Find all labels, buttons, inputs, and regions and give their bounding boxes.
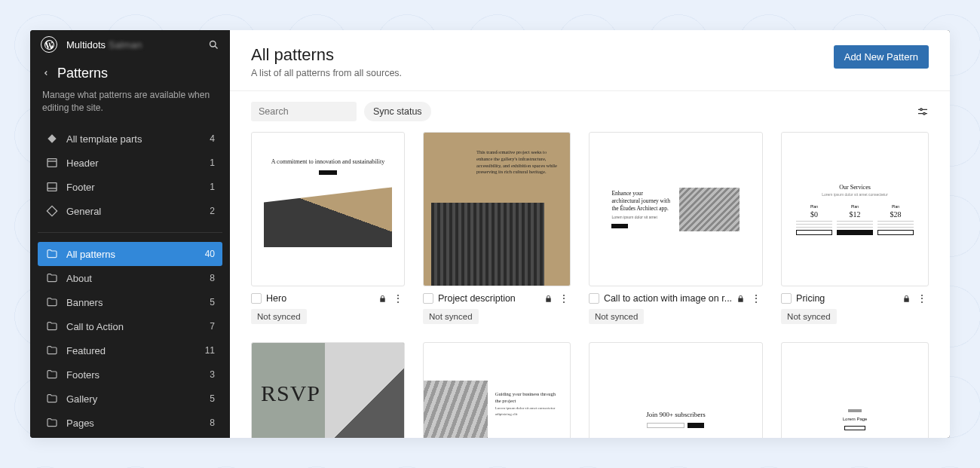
nav-separator — [38, 232, 222, 233]
pattern-card[interactable]: This transformative project seeks to enh… — [423, 132, 571, 324]
nav-label: Banners — [66, 297, 203, 308]
main-header: All patterns A list of all patterns from… — [230, 30, 950, 91]
nav-label: About — [66, 273, 203, 284]
nav-count: 5 — [203, 297, 215, 307]
pattern-title: Call to action with image on r... — [604, 293, 732, 304]
svg-point-0 — [210, 41, 216, 47]
lock-icon — [737, 295, 745, 303]
patterns-grid: A commitment to innovation and sustainab… — [230, 130, 950, 438]
sidebar-item-footers[interactable]: Footers 3 — [38, 362, 222, 387]
svg-rect-7 — [47, 206, 57, 216]
pattern-card[interactable]: Join 900+ subscribers — [589, 342, 763, 438]
sync-status-badge: Not synced — [251, 309, 307, 324]
page-subtitle: A list of all patterns from all sources. — [251, 68, 402, 78]
sidebar-item-pages[interactable]: Pages 8 — [38, 411, 222, 435]
sidebar-item-featured[interactable]: Featured 11 — [38, 338, 222, 362]
sidebar-item-header[interactable]: Header 1 — [38, 151, 222, 175]
nav-label: Featured — [66, 345, 203, 356]
more-actions-icon[interactable]: ⋮ — [557, 292, 571, 304]
site-name: MultidotsSalman — [66, 39, 142, 50]
folder-icon — [45, 271, 59, 285]
sidebar-item-all-patterns[interactable]: All patterns 40 — [38, 242, 222, 266]
lock-icon — [378, 295, 387, 303]
pattern-title: Hero — [266, 293, 374, 304]
sidebar-item-gallery[interactable]: Gallery 5 — [38, 387, 222, 411]
nav-count: 11 — [203, 345, 215, 356]
footer-icon — [45, 180, 59, 194]
toolbar: Sync status — [230, 91, 950, 130]
pattern-card[interactable]: RSVP — [251, 342, 405, 438]
nav-count: 40 — [203, 249, 215, 259]
folder-icon — [45, 320, 59, 333]
sync-status-filter[interactable]: Sync status — [364, 102, 431, 121]
sidebar-title: Patterns — [57, 66, 108, 81]
nav-count: 4 — [203, 133, 215, 144]
sidebar: MultidotsSalman Patterns Manage what pat… — [30, 30, 230, 438]
nav-count: 3 — [203, 369, 215, 380]
add-new-pattern-button[interactable]: Add New Pattern — [834, 45, 929, 69]
sidebar-item-footer[interactable]: Footer 1 — [38, 175, 222, 199]
select-checkbox[interactable] — [589, 293, 599, 304]
svg-rect-3 — [47, 159, 57, 167]
more-actions-icon[interactable]: ⋮ — [915, 292, 929, 304]
select-checkbox[interactable] — [423, 293, 433, 304]
nav-count: 1 — [203, 158, 215, 168]
pattern-card[interactable]: A commitment to innovation and sustainab… — [251, 132, 405, 324]
search-icon[interactable] — [208, 39, 219, 50]
more-actions-icon[interactable]: ⋮ — [391, 292, 405, 304]
nav-label: Gallery — [66, 393, 203, 405]
svg-line-1 — [215, 46, 217, 48]
sidebar-item-banners[interactable]: Banners 5 — [38, 290, 222, 314]
wordpress-logo-icon[interactable] — [41, 36, 57, 53]
app-window: MultidotsSalman Patterns Manage what pat… — [30, 30, 950, 438]
select-checkbox[interactable] — [251, 293, 262, 304]
pattern-card[interactable]: Lorem Page — [781, 342, 929, 438]
sidebar-heading: Patterns — [30, 60, 230, 84]
nav-count: 5 — [203, 393, 215, 404]
lock-icon — [902, 295, 911, 303]
general-icon — [45, 204, 59, 218]
svg-point-12 — [920, 109, 923, 111]
svg-rect-2 — [47, 135, 56, 143]
select-checkbox[interactable] — [781, 293, 792, 304]
search-input[interactable] — [259, 106, 377, 117]
sync-status-badge: Not synced — [589, 309, 645, 324]
nav-count: 8 — [203, 273, 215, 283]
diamond-icon — [45, 132, 59, 145]
nav-label: Footer — [66, 182, 203, 193]
sync-status-badge: Not synced — [423, 309, 479, 324]
sidebar-item-all-template-parts[interactable]: All template parts 4 — [38, 127, 222, 151]
folder-icon — [45, 392, 59, 405]
folder-icon — [45, 295, 59, 309]
sync-status-badge: Not synced — [781, 309, 837, 324]
view-options-icon[interactable] — [917, 106, 929, 118]
sidebar-description: Manage what patterns are available when … — [30, 84, 230, 124]
nav-label: Header — [66, 158, 203, 169]
pattern-card[interactable]: Enhance your architectural journey with … — [589, 132, 763, 324]
nav-group-template-parts: All template parts 4 Header 1 Footer 1 G… — [30, 124, 230, 226]
more-actions-icon[interactable]: ⋮ — [749, 292, 763, 304]
header-icon — [45, 156, 59, 170]
nav-label: Pages — [66, 418, 203, 429]
nav-label: All template parts — [66, 133, 203, 145]
pattern-card[interactable]: Our ServicesLorem ipsum dolor sit amet c… — [781, 132, 929, 324]
nav-label: Call to Action — [66, 321, 203, 332]
nav-group-categories: All patterns 40 About 8 Banners 5 Call t… — [30, 239, 230, 438]
back-chevron-icon[interactable] — [42, 69, 50, 77]
folder-icon — [45, 416, 59, 430]
svg-point-13 — [923, 112, 926, 115]
folder-icon — [45, 344, 59, 357]
svg-rect-5 — [47, 183, 57, 191]
nav-label: Footers — [66, 369, 203, 381]
nav-count: 8 — [203, 418, 215, 428]
sidebar-item-call-to-action[interactable]: Call to Action 7 — [38, 314, 222, 338]
nav-label: All patterns — [66, 249, 203, 260]
nav-count: 1 — [203, 182, 215, 192]
sidebar-item-general[interactable]: General 2 — [38, 199, 222, 223]
nav-count: 7 — [203, 321, 215, 332]
pattern-card[interactable]: Guiding your business through the projec… — [423, 342, 571, 438]
sidebar-item-about[interactable]: About 8 — [38, 266, 222, 290]
search-box[interactable] — [251, 102, 357, 121]
nav-count: 2 — [203, 206, 215, 216]
nav-label: General — [66, 206, 203, 217]
